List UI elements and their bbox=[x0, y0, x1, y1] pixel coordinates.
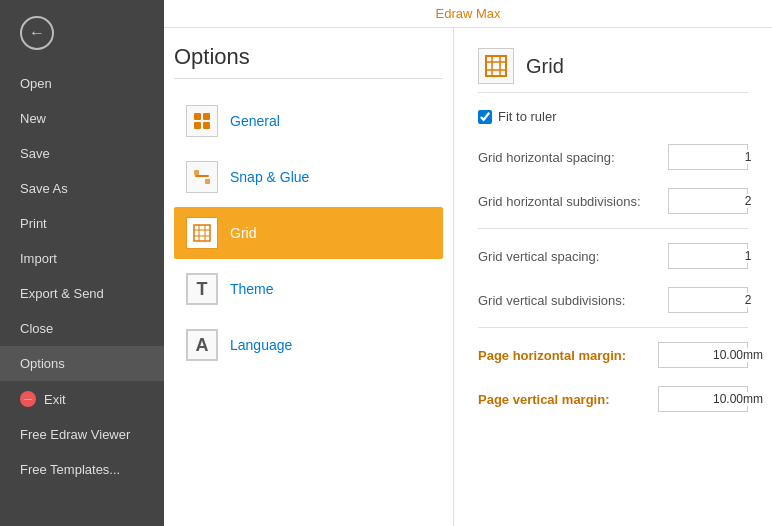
sidebar-back: ← bbox=[0, 0, 164, 66]
v-margin-input[interactable] bbox=[659, 392, 772, 406]
h-spacing-label: Grid horizontal spacing: bbox=[478, 150, 615, 165]
sidebar-nav: Open New Save Save As Print Import Expor… bbox=[0, 66, 164, 526]
sidebar-item-save-as[interactable]: Save As bbox=[0, 171, 164, 206]
options-title: Options bbox=[174, 44, 443, 79]
svg-rect-5 bbox=[194, 170, 199, 175]
v-spacing-spinner[interactable]: ▲ ▼ bbox=[668, 243, 748, 269]
v-spacing-row: Grid vertical spacing: ▲ ▼ bbox=[478, 239, 748, 273]
option-grid[interactable]: Grid bbox=[174, 207, 443, 259]
divider-1 bbox=[478, 228, 748, 229]
sidebar-item-close[interactable]: Close bbox=[0, 311, 164, 346]
snap-glue-icon bbox=[186, 161, 218, 193]
h-spacing-input[interactable] bbox=[669, 150, 772, 164]
option-general[interactable]: General bbox=[174, 95, 443, 147]
v-margin-label: Page vertical margin: bbox=[478, 392, 610, 407]
divider-2 bbox=[478, 327, 748, 328]
svg-rect-1 bbox=[203, 113, 210, 120]
language-icon: A bbox=[186, 329, 218, 361]
v-subdivisions-input[interactable] bbox=[669, 293, 772, 307]
theme-icon: T bbox=[186, 273, 218, 305]
sidebar-item-save[interactable]: Save bbox=[0, 136, 164, 171]
v-subdivisions-row: Grid vertical subdivisions: ▲ ▼ bbox=[478, 283, 748, 317]
svg-rect-3 bbox=[203, 122, 210, 129]
h-subdivisions-row: Grid horizontal subdivisions: ▲ ▼ bbox=[478, 184, 748, 218]
svg-rect-2 bbox=[194, 122, 201, 129]
sidebar-item-exit[interactable]: Exit bbox=[0, 381, 164, 417]
v-spacing-label: Grid vertical spacing: bbox=[478, 249, 599, 264]
main-content: Edraw Max Options General bbox=[164, 0, 772, 526]
exit-icon bbox=[20, 391, 36, 407]
h-spacing-spinner[interactable]: ▲ ▼ bbox=[668, 144, 748, 170]
fit-to-ruler-label: Fit to ruler bbox=[498, 109, 557, 124]
svg-rect-6 bbox=[205, 179, 210, 184]
sidebar-item-print[interactable]: Print bbox=[0, 206, 164, 241]
sidebar-item-new[interactable]: New bbox=[0, 101, 164, 136]
h-subdivisions-label: Grid horizontal subdivisions: bbox=[478, 194, 641, 209]
top-bar: Edraw Max bbox=[164, 0, 772, 28]
sidebar-item-free-templates[interactable]: Free Templates... bbox=[0, 452, 164, 487]
option-language[interactable]: A Language bbox=[174, 319, 443, 371]
h-margin-row: Page horizontal margin: ▲ ▼ bbox=[478, 338, 748, 372]
sidebar-item-free-viewer[interactable]: Free Edraw Viewer bbox=[0, 417, 164, 452]
options-panel: Options General bbox=[164, 28, 454, 526]
option-theme[interactable]: T Theme bbox=[174, 263, 443, 315]
option-snap-glue[interactable]: Snap & Glue bbox=[174, 151, 443, 203]
h-margin-input[interactable] bbox=[659, 348, 772, 362]
h-subdivisions-input[interactable] bbox=[669, 194, 772, 208]
general-icon bbox=[186, 105, 218, 137]
v-margin-spinner[interactable]: ▲ ▼ bbox=[658, 386, 748, 412]
fit-to-ruler-row: Fit to ruler bbox=[478, 109, 748, 124]
h-subdivisions-spinner[interactable]: ▲ ▼ bbox=[668, 188, 748, 214]
h-margin-label: Page horizontal margin: bbox=[478, 348, 626, 363]
sidebar-item-import[interactable]: Import bbox=[0, 241, 164, 276]
svg-rect-12 bbox=[486, 56, 506, 76]
grid-icon bbox=[186, 217, 218, 249]
settings-grid-icon bbox=[478, 48, 514, 84]
svg-rect-0 bbox=[194, 113, 201, 120]
v-spacing-input[interactable] bbox=[669, 249, 772, 263]
v-margin-row: Page vertical margin: ▲ ▼ bbox=[478, 382, 748, 416]
fit-to-ruler-checkbox[interactable] bbox=[478, 110, 492, 124]
svg-rect-4 bbox=[195, 175, 209, 177]
sidebar-item-export-send[interactable]: Export & Send bbox=[0, 276, 164, 311]
v-subdivisions-label: Grid vertical subdivisions: bbox=[478, 293, 625, 308]
back-button[interactable]: ← bbox=[20, 16, 54, 50]
sidebar-item-options[interactable]: Options bbox=[0, 346, 164, 381]
settings-panel: Grid Fit to ruler Grid horizontal spacin… bbox=[454, 28, 772, 526]
settings-title: Grid bbox=[526, 55, 564, 78]
content-area: Options General bbox=[164, 28, 772, 526]
v-subdivisions-spinner[interactable]: ▲ ▼ bbox=[668, 287, 748, 313]
sidebar-item-open[interactable]: Open bbox=[0, 66, 164, 101]
app-title: Edraw Max bbox=[435, 6, 500, 21]
settings-header: Grid bbox=[478, 48, 748, 93]
svg-rect-7 bbox=[194, 225, 210, 241]
h-spacing-row: Grid horizontal spacing: ▲ ▼ bbox=[478, 140, 748, 174]
sidebar: ← Open New Save Save As Print Import Exp… bbox=[0, 0, 164, 526]
h-margin-spinner[interactable]: ▲ ▼ bbox=[658, 342, 748, 368]
